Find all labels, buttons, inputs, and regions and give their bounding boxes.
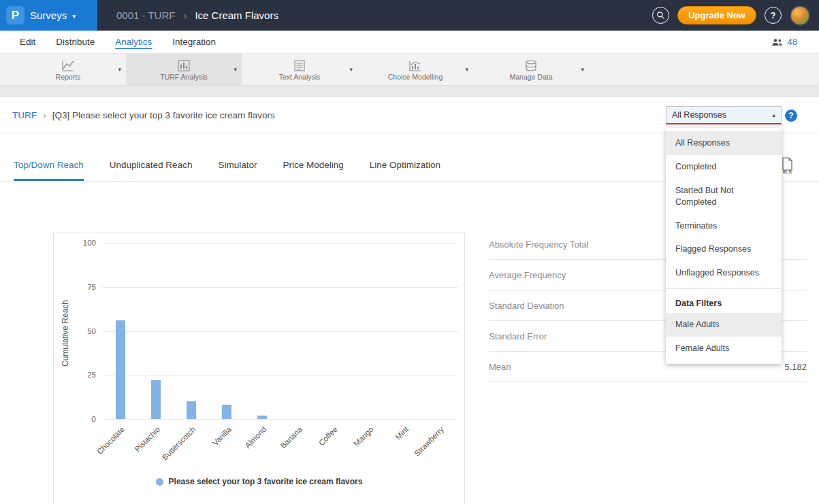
choice-modelling-caret-icon[interactable]: ▾ bbox=[465, 66, 468, 73]
toolbar-label-manage-data: Manage Data bbox=[509, 73, 552, 81]
chart-xlabels: ChocolatePistachioButterscotchVanillaAlm… bbox=[103, 420, 457, 473]
dropdown-option-completed[interactable]: Completed bbox=[666, 155, 782, 179]
nav-item-distribute[interactable]: Distribute bbox=[46, 37, 105, 47]
people-icon bbox=[771, 37, 783, 47]
question-help-icon[interactable]: ? bbox=[785, 110, 797, 122]
xls-label: XLS bbox=[782, 169, 792, 174]
dropdown-filter-male-adults[interactable]: Male Adults bbox=[666, 313, 782, 337]
bar-column bbox=[103, 243, 138, 419]
document-icon bbox=[293, 58, 306, 72]
search-button[interactable] bbox=[652, 7, 669, 24]
dropdown-divider bbox=[666, 288, 782, 289]
tab-top-down-reach[interactable]: Top/Down Reach bbox=[14, 160, 84, 181]
y-tick-label: 0 bbox=[71, 415, 96, 423]
x-axis-label: Mango bbox=[352, 425, 374, 448]
bar-pistachio[interactable] bbox=[151, 380, 161, 419]
toolbar-label-turf-analysis: TURF Analysis bbox=[160, 73, 207, 81]
question-mark-icon: ? bbox=[771, 10, 776, 20]
bar-column bbox=[316, 243, 351, 419]
x-axis-label: Mint bbox=[394, 425, 410, 441]
topbar-breadcrumb: 0001 - TURF › Ice Cream Flavors bbox=[116, 10, 278, 21]
question-title: [Q3] Please select your top 3 favorite i… bbox=[52, 110, 275, 120]
bar-vanilla[interactable] bbox=[222, 405, 231, 419]
dropdown-option-all-responses[interactable]: All Responses bbox=[666, 131, 782, 155]
x-axis-label: Pistachio bbox=[133, 425, 161, 453]
stat-label: Standard Deviation bbox=[489, 301, 564, 311]
y-tick-label: 75 bbox=[71, 283, 96, 291]
response-filter-select[interactable]: All Responses ▴ bbox=[666, 106, 782, 124]
bar-chocolate[interactable] bbox=[116, 320, 125, 419]
tab-line-optimization[interactable]: Line Optimization bbox=[370, 160, 440, 181]
dropdown-section-header: Data Filters bbox=[666, 292, 782, 313]
bar-column bbox=[422, 243, 457, 419]
xls-file-icon bbox=[781, 157, 793, 171]
x-axis-label: Vanilla bbox=[211, 425, 233, 447]
toolbar-item-text-analysis[interactable]: Text Analysis ▾ bbox=[242, 54, 357, 85]
export-xls-button[interactable]: XLS bbox=[781, 157, 793, 174]
chart-trend-icon bbox=[408, 58, 422, 72]
search-icon bbox=[656, 11, 665, 20]
dropdown-option-terminates[interactable]: Terminates bbox=[666, 214, 782, 238]
bar-column bbox=[138, 243, 174, 419]
bar-almond[interactable] bbox=[257, 416, 267, 419]
nav-item-integration[interactable]: Integration bbox=[162, 37, 226, 47]
bar-column bbox=[280, 243, 316, 419]
reports-caret-icon[interactable]: ▾ bbox=[118, 66, 121, 73]
breadcrumb-survey-id[interactable]: 0001 - TURF bbox=[116, 10, 175, 21]
x-axis-label: Strawberry bbox=[413, 425, 446, 458]
avatar[interactable] bbox=[790, 5, 810, 26]
respondent-count: 48 bbox=[788, 37, 797, 47]
toolbar-item-choice-modelling[interactable]: Choice Modelling ▾ bbox=[357, 54, 473, 85]
bar-column bbox=[387, 243, 422, 419]
help-button[interactable]: ? bbox=[765, 7, 782, 24]
tab-unduplicated-reach[interactable]: Unduplicated Reach bbox=[110, 160, 193, 181]
manage-data-caret-icon[interactable]: ▾ bbox=[581, 66, 584, 73]
chevron-down-icon: ▾ bbox=[72, 12, 76, 20]
questionpro-logo: P bbox=[6, 6, 25, 24]
nav-item-edit[interactable]: Edit bbox=[10, 37, 46, 47]
response-filter-dropdown: All ResponsesCompletedStarted But Not Co… bbox=[666, 128, 782, 364]
caret-up-icon: ▴ bbox=[772, 112, 775, 118]
dropdown-filter-female-adults[interactable]: Female Adults bbox=[666, 337, 782, 360]
breadcrumb-survey-name: Ice Cream Flavors bbox=[195, 10, 278, 21]
survey-nav: Edit Distribute Analytics Integration 48 bbox=[0, 31, 819, 54]
tab-price-modeling[interactable]: Price Modeling bbox=[283, 160, 343, 181]
stat-value: 5.182 bbox=[784, 362, 807, 372]
text-analysis-caret-icon[interactable]: ▾ bbox=[349, 66, 353, 73]
bar-column bbox=[209, 243, 244, 419]
turf-caret-icon[interactable]: ▾ bbox=[234, 66, 237, 73]
turf-chart-card: Cumulative Reach 0255075100 ChocolatePis… bbox=[53, 233, 465, 504]
nav-item-analytics[interactable]: Analytics bbox=[105, 37, 162, 47]
line-chart-icon bbox=[61, 58, 75, 72]
x-axis-label: Banana bbox=[279, 425, 304, 450]
x-axis-label: Coffee bbox=[317, 425, 339, 447]
toolbar-label-reports: Reports bbox=[56, 73, 81, 81]
breadcrumb-turf-link[interactable]: TURF bbox=[12, 110, 37, 120]
stat-label: Standard Error bbox=[489, 331, 547, 341]
chevron-right-icon: › bbox=[183, 10, 187, 21]
surveys-menu-label: Surveys bbox=[30, 10, 67, 21]
toolbar-item-manage-data[interactable]: Manage Data ▾ bbox=[473, 54, 589, 85]
stat-label: Average Frequency bbox=[489, 270, 566, 280]
database-icon bbox=[524, 58, 538, 72]
respondent-count-button[interactable]: 48 bbox=[771, 37, 809, 47]
content-divider bbox=[0, 86, 819, 97]
upgrade-now-button[interactable]: Upgrade Now bbox=[677, 6, 756, 24]
toolbar-item-reports[interactable]: Reports ▾ bbox=[10, 54, 126, 85]
dropdown-option-flagged-responses[interactable]: Flagged Responses bbox=[666, 237, 782, 261]
dropdown-option-unflagged-responses[interactable]: Unflagged Responses bbox=[666, 261, 782, 285]
bar-butterscotch[interactable] bbox=[187, 401, 196, 419]
stat-label: Mean bbox=[489, 362, 511, 372]
bar-chart-icon bbox=[177, 58, 191, 72]
tab-simulator[interactable]: Simulator bbox=[218, 160, 257, 181]
surveys-menu[interactable]: P Surveys ▾ bbox=[0, 0, 97, 31]
dropdown-option-started-but-not-completed[interactable]: Started But Not Completed bbox=[666, 179, 782, 214]
x-axis-label: Chocolate bbox=[95, 425, 126, 456]
toolbar-item-turf-analysis[interactable]: TURF Analysis ▾ bbox=[126, 54, 242, 85]
chevron-right-icon: › bbox=[43, 110, 46, 120]
chart-plot: 0255075100 bbox=[103, 243, 457, 419]
y-tick-label: 100 bbox=[71, 239, 96, 247]
bar-column bbox=[174, 243, 209, 419]
response-filter-value: All Responses bbox=[672, 110, 726, 120]
chart-legend: Please select your top 3 favorite ice cr… bbox=[54, 477, 464, 486]
